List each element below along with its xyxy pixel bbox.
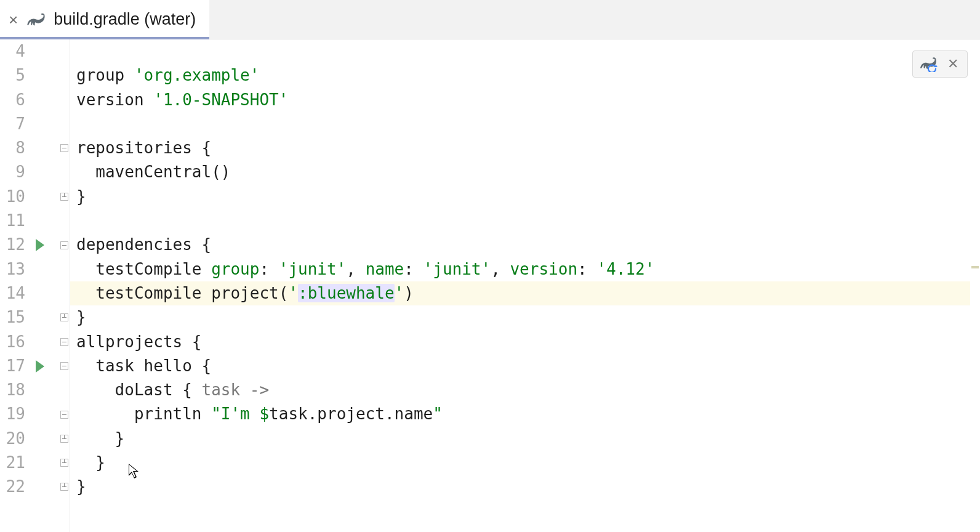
close-popup-icon[interactable]: ✕ [947, 56, 958, 72]
gutter-row [31, 185, 59, 209]
editor-scrollbar[interactable] [970, 39, 980, 532]
fold-row [59, 209, 70, 233]
gutter-row [31, 281, 59, 305]
svg-point-0 [39, 17, 40, 18]
fold-end-icon [60, 313, 68, 321]
gutter-row [31, 354, 59, 378]
fold-row [59, 233, 70, 257]
gradle-elephant-icon [25, 11, 46, 28]
fold-toggle-icon[interactable] [60, 241, 68, 249]
gutter-row [31, 402, 59, 426]
code-line[interactable]: } [70, 185, 980, 209]
code-line[interactable]: group 'org.example' [70, 63, 980, 87]
gradle-reload-popup: ✕ [912, 50, 968, 78]
fold-toggle-icon[interactable] [60, 411, 68, 419]
line-number: 6 [0, 88, 30, 112]
line-number: 22 [0, 475, 30, 499]
code-line[interactable]: task hello { [70, 354, 980, 378]
line-number: 11 [0, 209, 30, 233]
gutter-row [31, 209, 59, 233]
fold-row [59, 354, 70, 378]
editor-tab-bar: × build.gradle (water) [0, 0, 980, 39]
fold-row [59, 112, 70, 136]
line-number: 8 [0, 136, 30, 160]
fold-row [59, 257, 70, 281]
run-gutter-icon[interactable] [36, 360, 44, 373]
gutter-row [31, 451, 59, 475]
line-number: 4 [0, 39, 30, 63]
gutter-row [31, 233, 59, 257]
fold-row [59, 63, 70, 87]
gutter-row [31, 39, 59, 63]
code-line[interactable]: } [70, 475, 980, 499]
fold-end-icon [60, 435, 68, 443]
gutter-row [31, 88, 59, 112]
code-line[interactable]: testCompile project(':bluewhale') [70, 281, 980, 305]
fold-row [59, 305, 70, 329]
code-line[interactable]: allprojects { [70, 330, 980, 354]
gutter-row [31, 63, 59, 87]
line-number: 10 [0, 185, 30, 209]
code-line[interactable]: println "I'm $task.project.name" [70, 402, 980, 426]
code-line[interactable]: } [70, 427, 980, 451]
gutter-row [31, 112, 59, 136]
gutter-row [31, 257, 59, 281]
fold-row [59, 39, 70, 63]
line-number: 16 [0, 330, 30, 354]
fold-row [59, 451, 70, 475]
fold-row [59, 136, 70, 160]
line-number: 13 [0, 257, 30, 281]
code-line[interactable]: testCompile group: 'junit', name: 'junit… [70, 257, 980, 281]
line-number-gutter: 45678910111213141516171819202122 [0, 39, 31, 532]
run-gutter [31, 39, 59, 532]
scrollbar-marker [971, 266, 979, 268]
code-line[interactable]: } [70, 305, 980, 329]
fold-row [59, 330, 70, 354]
fold-row [59, 160, 70, 184]
line-number: 14 [0, 281, 30, 305]
gutter-row [31, 305, 59, 329]
fold-toggle-icon[interactable] [60, 338, 68, 346]
code-editor[interactable]: 45678910111213141516171819202122 group '… [0, 39, 980, 532]
fold-row [59, 475, 70, 499]
code-line[interactable] [70, 209, 980, 233]
code-line[interactable]: dependencies { [70, 233, 980, 257]
fold-row [59, 88, 70, 112]
gutter-row [31, 160, 59, 184]
editor-tab-active[interactable]: × build.gradle (water) [0, 0, 209, 39]
code-line[interactable] [70, 112, 980, 136]
line-number: 5 [0, 63, 30, 87]
line-number: 7 [0, 112, 30, 136]
fold-end-icon [60, 483, 68, 491]
code-line[interactable]: version '1.0-SNAPSHOT' [70, 88, 980, 112]
line-number: 9 [0, 160, 30, 184]
tab-filename: build.gradle (water) [54, 10, 196, 29]
fold-row [59, 427, 70, 451]
gradle-reload-icon[interactable] [919, 56, 938, 72]
fold-end-icon [60, 459, 68, 467]
code-line[interactable]: repositories { [70, 136, 980, 160]
line-number: 15 [0, 305, 30, 329]
gutter-row [31, 475, 59, 499]
fold-toggle-icon[interactable] [60, 362, 68, 370]
fold-end-icon [60, 193, 68, 201]
gutter-row [31, 378, 59, 402]
gutter-row [31, 330, 59, 354]
code-line[interactable]: doLast { task -> [70, 378, 980, 402]
run-gutter-icon[interactable] [36, 239, 44, 251]
close-tab-icon[interactable]: × [9, 12, 18, 28]
code-line[interactable]: mavenCentral() [70, 160, 980, 184]
line-number: 19 [0, 402, 30, 426]
fold-row [59, 378, 70, 402]
fold-row [59, 402, 70, 426]
line-number: 18 [0, 378, 30, 402]
code-line[interactable] [70, 39, 980, 63]
gutter-row [31, 136, 59, 160]
line-number: 17 [0, 354, 30, 378]
fold-gutter [59, 39, 70, 532]
fold-row [59, 185, 70, 209]
code-area[interactable]: group 'org.example'version '1.0-SNAPSHOT… [70, 39, 980, 532]
fold-toggle-icon[interactable] [60, 144, 68, 152]
code-line[interactable]: } [70, 451, 980, 475]
line-number: 21 [0, 451, 30, 475]
